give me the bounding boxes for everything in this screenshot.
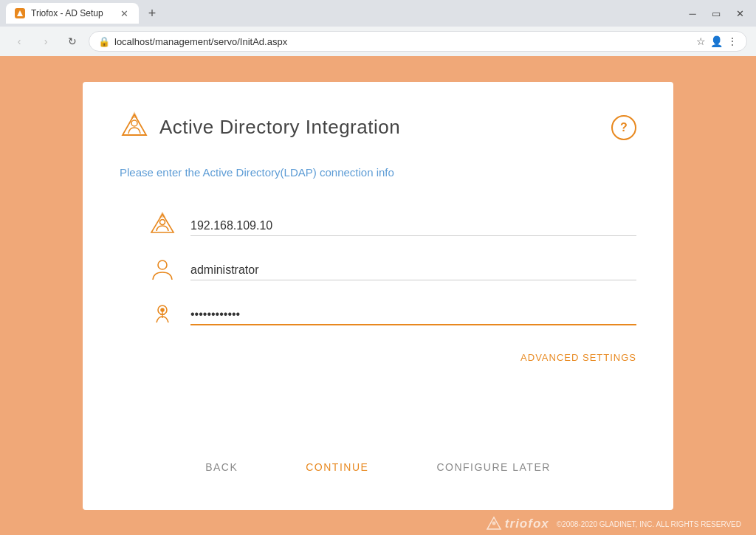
username-row	[149, 249, 636, 293]
close-window-button[interactable]: ✕	[729, 3, 750, 24]
window-controls: ─ ▭ ✕	[682, 3, 750, 24]
url-bar-actions: ☆ 👤 ⋮	[696, 35, 738, 47]
svg-marker-6	[160, 213, 165, 217]
copyright-text: ©2008-2020 GLADINET, INC. ALL RIGHTS RES…	[557, 520, 741, 528]
advanced-settings-link[interactable]: ADVANCED SETTINGS	[149, 352, 636, 363]
secure-icon: 🔒	[98, 36, 110, 47]
browser-tab[interactable]: Triofox - AD Setup ✕	[6, 3, 139, 24]
refresh-button[interactable]: ↻	[62, 31, 83, 52]
browser-chrome: Triofox - AD Setup ✕ + ─ ▭ ✕ ‹ › ↻ 🔒 loc…	[0, 0, 756, 56]
page-background: Active Directory Integration ? Please en…	[0, 56, 756, 535]
server-icon	[149, 212, 176, 241]
svg-marker-0	[17, 10, 23, 16]
forward-button[interactable]: ›	[35, 31, 56, 52]
svg-marker-3	[132, 113, 137, 117]
user-icon	[149, 256, 176, 286]
password-row	[149, 293, 636, 337]
form-section: ADVANCED SETTINGS	[149, 204, 636, 363]
star-icon[interactable]: ☆	[696, 35, 706, 47]
main-card: Active Directory Integration ? Please en…	[83, 82, 673, 510]
svg-point-13	[492, 522, 495, 525]
tab-label: Triofox - AD Setup	[31, 8, 103, 18]
continue-button[interactable]: CONTINUE	[294, 454, 380, 480]
bottom-bar: triofox ©2008-2020 GLADINET, INC. ALL RI…	[0, 513, 756, 535]
minimize-button[interactable]: ─	[682, 3, 703, 24]
back-button[interactable]: ‹	[9, 31, 30, 52]
svg-point-9	[161, 308, 164, 311]
url-text: localhost/management/servo/InitAd.aspx	[114, 36, 287, 47]
tab-close-button[interactable]: ✕	[118, 7, 130, 19]
back-button[interactable]: BACK	[193, 454, 250, 480]
card-header: Active Directory Integration ?	[120, 111, 636, 144]
username-input[interactable]	[190, 260, 636, 280]
new-tab-button[interactable]: +	[142, 3, 162, 24]
password-input[interactable]	[190, 305, 636, 325]
logo-text: triofox	[505, 517, 549, 531]
server-row	[149, 204, 636, 249]
help-button[interactable]: ?	[611, 115, 636, 140]
account-icon[interactable]: 👤	[710, 35, 723, 47]
address-bar: ‹ › ↻ 🔒 localhost/management/servo/InitA…	[0, 27, 756, 56]
svg-point-2	[131, 120, 137, 126]
card-footer: BACK CONTINUE CONFIGURE LATER	[120, 439, 636, 480]
maximize-button[interactable]: ▭	[706, 3, 726, 24]
server-ip-input[interactable]	[190, 216, 636, 236]
triofox-logo-icon	[486, 516, 502, 532]
svg-point-7	[158, 260, 167, 269]
page-title: Active Directory Integration	[159, 116, 400, 139]
title-bar: Triofox - AD Setup ✕ + ─ ▭ ✕	[0, 0, 756, 27]
card-title-area: Active Directory Integration	[120, 111, 400, 144]
svg-point-5	[160, 219, 165, 224]
triofox-logo-area: triofox	[486, 516, 549, 532]
configure-later-button[interactable]: CONFIGURE LATER	[425, 454, 562, 480]
subtitle: Please enter the Active Directory(LDAP) …	[120, 166, 636, 179]
password-icon	[149, 300, 176, 330]
tab-favicon	[15, 8, 25, 18]
menu-icon[interactable]: ⋮	[727, 35, 738, 47]
active-directory-icon	[120, 111, 149, 144]
url-bar[interactable]: 🔒 localhost/management/servo/InitAd.aspx…	[89, 31, 747, 52]
